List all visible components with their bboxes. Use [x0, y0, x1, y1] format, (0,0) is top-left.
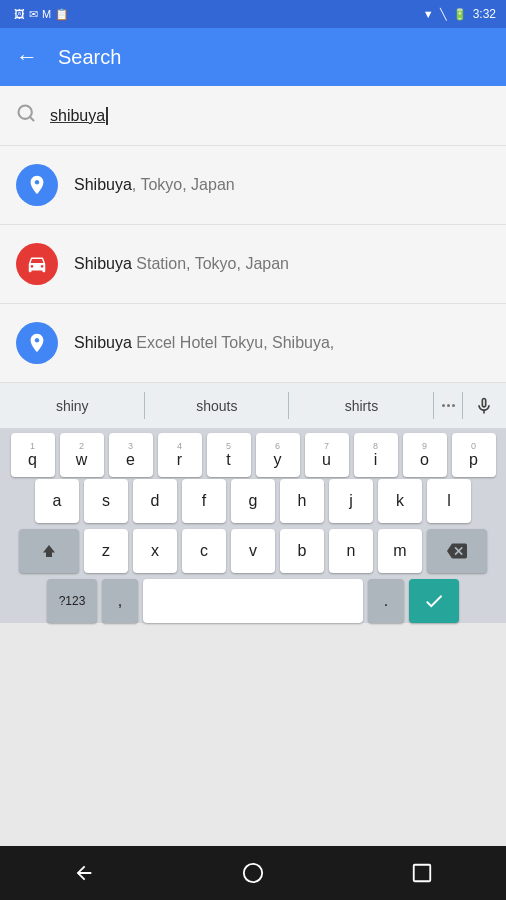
key-c[interactable]: c — [182, 529, 226, 573]
suggestion-more[interactable] — [434, 383, 463, 428]
dot-1 — [442, 404, 445, 407]
key-e[interactable]: 3 e — [109, 433, 153, 477]
clipboard-status-icon: 📋 — [55, 8, 69, 21]
key-number-1: 1 — [30, 442, 35, 451]
key-s[interactable]: s — [84, 479, 128, 523]
keyboard: 1 q 2 w 3 e 4 r 5 t 6 y 7 u 8 i — [0, 429, 506, 623]
status-time: 3:32 — [473, 7, 496, 21]
result-item-3[interactable]: Shibuya Excel Hotel Tokyu, Shibuya, — [0, 304, 506, 383]
key-number-6: 6 — [275, 442, 280, 451]
suggestion-shouts-label: shouts — [196, 398, 237, 414]
back-button[interactable]: ← — [16, 44, 38, 70]
key-d[interactable]: d — [133, 479, 177, 523]
suggestion-bar: shiny shouts shirts — [0, 383, 506, 429]
results-list: Shibuya, Tokyo, Japan Shibuya Station, T… — [0, 146, 506, 383]
dot-2 — [447, 404, 450, 407]
result-text-2: Shibuya Station, Tokyo, Japan — [74, 255, 490, 273]
key-n[interactable]: n — [329, 529, 373, 573]
key-letter-y: y — [274, 452, 282, 468]
nav-home-button[interactable] — [233, 853, 273, 893]
key-r[interactable]: 4 r — [158, 433, 202, 477]
key-v[interactable]: v — [231, 529, 275, 573]
shift-key[interactable] — [19, 529, 79, 573]
nav-back-button[interactable] — [64, 853, 104, 893]
key-letter-w: w — [76, 452, 88, 468]
key-b[interactable]: b — [280, 529, 324, 573]
key-h[interactable]: h — [280, 479, 324, 523]
nav-bar — [0, 846, 506, 900]
suggestion-shirts[interactable]: shirts — [289, 383, 434, 428]
key-z[interactable]: z — [84, 529, 128, 573]
period-key[interactable]: . — [368, 579, 404, 623]
result-icon-pin-1 — [16, 164, 58, 206]
key-letter-o: o — [420, 452, 429, 468]
key-q[interactable]: 1 q — [11, 433, 55, 477]
battery-status-icon: 🔋 — [453, 8, 467, 21]
suggestion-shiny-label: shiny — [56, 398, 89, 414]
search-input-value: shibuya — [50, 107, 105, 125]
key-j[interactable]: j — [329, 479, 373, 523]
key-letter-u: u — [322, 452, 331, 468]
key-p[interactable]: 0 p — [452, 433, 496, 477]
key-o[interactable]: 9 o — [403, 433, 447, 477]
dot-3 — [452, 404, 455, 407]
key-f[interactable]: f — [182, 479, 226, 523]
key-k[interactable]: k — [378, 479, 422, 523]
key-l[interactable]: l — [427, 479, 471, 523]
key-y[interactable]: 6 y — [256, 433, 300, 477]
num-switch-label: ?123 — [59, 595, 86, 607]
result-item-2[interactable]: Shibuya Station, Tokyo, Japan — [0, 225, 506, 304]
dots-row-1 — [442, 404, 455, 407]
key-letter-t: t — [226, 452, 230, 468]
result-rest-3: Excel Hotel Tokyu, Shibuya, — [132, 334, 334, 351]
key-a[interactable]: a — [35, 479, 79, 523]
suggestion-shiny[interactable]: shiny — [0, 383, 145, 428]
space-key[interactable] — [143, 579, 363, 623]
mic-button[interactable] — [463, 396, 506, 416]
result-item-1[interactable]: Shibuya, Tokyo, Japan — [0, 146, 506, 225]
comma-label: , — [118, 593, 122, 609]
key-m[interactable]: m — [378, 529, 422, 573]
image-status-icon: 🖼 — [14, 8, 25, 20]
result-bold-1: Shibuya — [74, 176, 132, 193]
result-rest-2: Station, Tokyo, Japan — [132, 255, 289, 272]
signal-status-icon: ╲ — [440, 8, 447, 21]
comma-key[interactable]: , — [102, 579, 138, 623]
result-rest-1: , Tokyo, Japan — [132, 176, 235, 193]
key-u[interactable]: 7 u — [305, 433, 349, 477]
keyboard-row-4: ?123 , . — [0, 579, 506, 623]
search-icon — [16, 103, 36, 128]
keyboard-row-3: z x c v b n m — [0, 529, 506, 573]
key-g[interactable]: g — [231, 479, 275, 523]
result-icon-pin-3 — [16, 322, 58, 364]
key-t[interactable]: 5 t — [207, 433, 251, 477]
result-bold-2: Shibuya — [74, 255, 132, 272]
keyboard-row-2: a s d f g h j k l — [0, 479, 506, 523]
number-hint-row: 1 q 2 w 3 e 4 r 5 t 6 y 7 u 8 i — [0, 433, 506, 477]
key-w[interactable]: 2 w — [60, 433, 104, 477]
key-number-5: 5 — [226, 442, 231, 451]
status-bar: 🖼 ✉ M 📋 ▼ ╲ 🔋 3:32 — [0, 0, 506, 28]
suggestion-shirts-label: shirts — [345, 398, 378, 414]
key-number-2: 2 — [79, 442, 84, 451]
nav-recent-button[interactable] — [402, 853, 442, 893]
email-status-icon: ✉ — [29, 8, 38, 21]
result-text-1: Shibuya, Tokyo, Japan — [74, 176, 490, 194]
svg-point-2 — [244, 864, 262, 882]
key-i[interactable]: 8 i — [354, 433, 398, 477]
key-letter-q: q — [28, 452, 37, 468]
key-number-8: 8 — [373, 442, 378, 451]
delete-key[interactable] — [427, 529, 487, 573]
svg-line-1 — [30, 117, 34, 121]
key-number-0: 0 — [471, 442, 476, 451]
enter-key[interactable] — [409, 579, 459, 623]
search-input-container[interactable]: shibuya — [50, 107, 490, 125]
status-bar-notifications: 🖼 ✉ M 📋 — [10, 8, 69, 21]
header-title: Search — [58, 46, 121, 69]
key-x[interactable]: x — [133, 529, 177, 573]
text-cursor — [106, 107, 108, 125]
gmail-status-icon: M — [42, 8, 51, 20]
search-bar: shibuya — [0, 86, 506, 146]
suggestion-shouts[interactable]: shouts — [145, 383, 290, 428]
num-switch-key[interactable]: ?123 — [47, 579, 97, 623]
